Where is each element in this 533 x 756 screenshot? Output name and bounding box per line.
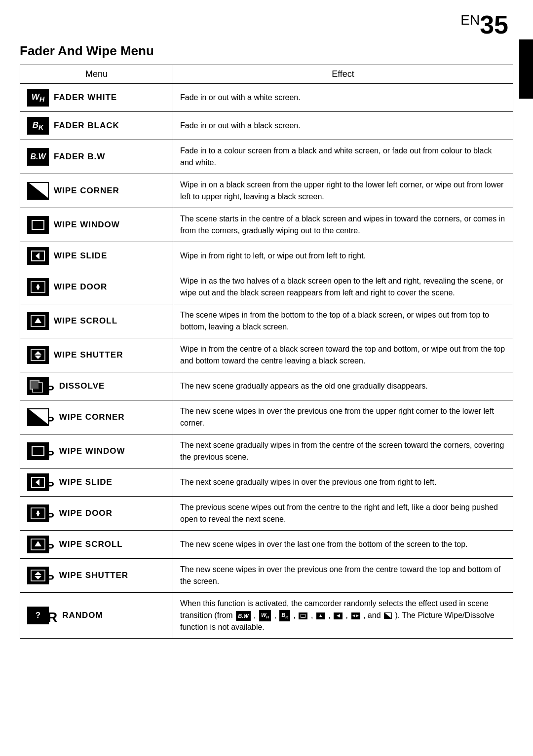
fader-bw-label: FADER B.W — [54, 152, 105, 162]
inline-door-icon: ◄► — [351, 612, 360, 619]
p-wipe-door-label: WIPE DOOR — [59, 508, 113, 518]
fader-bw-icon: B.W — [27, 148, 49, 166]
table-row: P WIPE SLIDE The next scene gradually wi… — [20, 468, 513, 497]
wipe-door-label: WIPE DOOR — [54, 282, 107, 292]
p-wipe-door-effect: The previous scene wipes out from the ce… — [173, 497, 513, 531]
table-row: ? R RANDOM When this function is activat… — [20, 593, 513, 639]
wipe-scroll-icon — [27, 312, 49, 330]
table-row: WIPE DOOR Wipe in as the two halves of a… — [20, 270, 513, 304]
inline-bw-icon: B.W — [236, 611, 250, 621]
menu-cell-p-wipe-window: P WIPE WINDOW — [27, 442, 166, 460]
menu-cell-fader-black: BK FADER BLACK — [27, 117, 166, 135]
menu-cell-fader-bw: B.W FADER B.W — [27, 148, 166, 166]
menu-cell-random: ? R RANDOM — [27, 607, 166, 624]
p-wipe-window-icon: P — [27, 442, 54, 460]
menu-cell-p-wipe-corner: P WIPE CORNER — [27, 408, 166, 426]
p-wipe-scroll-effect: The new scene wipes in over the last one… — [173, 531, 513, 559]
p-wipe-scroll-base-icon — [27, 536, 49, 553]
menu-cell-fader-white: WH FADER WHITE — [27, 89, 166, 107]
wipe-door-effect: Wipe in as the two halves of a black scr… — [173, 270, 513, 304]
col-menu: Menu — [20, 65, 173, 84]
fader-white-effect: Fade in or out with a white screen. — [173, 84, 513, 112]
table-row: WH FADER WHITE Fade in or out with a whi… — [20, 84, 513, 112]
wipe-window-icon — [27, 216, 49, 234]
p-wipe-corner-effect: The new scene wipes in over the previous… — [173, 400, 513, 434]
p-wipe-shutter-icon: P — [27, 567, 54, 584]
p-wipe-shutter-base-icon — [27, 567, 49, 584]
p-dissolve-icon: P — [27, 377, 54, 395]
p-wipe-window-effect: The next scene gradually wipes in from t… — [173, 434, 513, 468]
dissolve-base-icon — [27, 377, 49, 395]
fader-white-icon: WH — [27, 89, 49, 107]
table-row: WIPE CORNER Wipe in on a black screen fr… — [20, 174, 513, 208]
wipe-shutter-icon — [27, 346, 49, 364]
random-base-icon: ? — [27, 607, 49, 624]
p-wipe-corner-icon: P — [27, 408, 54, 426]
random-effect: When this function is activated, the cam… — [173, 593, 513, 639]
page-title: Fader And Wipe Menu — [20, 43, 513, 59]
page-number: EN35 — [20, 10, 513, 39]
menu-cell-p-wipe-slide: P WIPE SLIDE — [27, 473, 166, 491]
inline-corner-icon — [384, 612, 392, 619]
table-row: WIPE SLIDE Wipe in from right to left, o… — [20, 242, 513, 270]
table-row: P WIPE SHUTTER The new scene wipes in ov… — [20, 559, 513, 593]
inline-wh-icon: WH — [259, 610, 271, 621]
menu-cell-wipe-window: WIPE WINDOW — [27, 216, 166, 234]
menu-cell-wipe-slide: WIPE SLIDE — [27, 247, 166, 265]
p-wipe-window-label: WIPE WINDOW — [59, 446, 125, 456]
wipe-scroll-label: WIPE SCROLL — [54, 316, 117, 326]
menu-cell-p-dissolve: P DISSOLVE — [27, 377, 166, 395]
fader-black-label: FADER BLACK — [54, 121, 119, 131]
table-row: P WIPE SCROLL The new scene wipes in ove… — [20, 531, 513, 559]
table-row: B.W FADER B.W Fade in to a colour screen… — [20, 140, 513, 174]
p-wipe-corner-base-icon — [27, 408, 49, 426]
p-wipe-shutter-label: WIPE SHUTTER — [59, 571, 128, 580]
p-wipe-window-base-icon — [27, 442, 49, 460]
menu-cell-p-wipe-scroll: P WIPE SCROLL — [27, 536, 166, 553]
table-row: P WIPE DOOR The previous scene wipes out… — [20, 497, 513, 531]
inline-scroll-icon: ▲ — [316, 612, 325, 619]
p-wipe-slide-base-icon — [27, 473, 49, 491]
col-effect: Effect — [173, 65, 513, 84]
table-row: WIPE SHUTTER Wipe in from the centre of … — [20, 338, 513, 372]
wipe-slide-effect: Wipe in from right to left, or wipe out … — [173, 242, 513, 270]
fader-black-icon: BK — [27, 117, 49, 135]
wipe-door-icon — [27, 278, 49, 296]
wipe-corner-effect: Wipe in on a black screen from the upper… — [173, 174, 513, 208]
table-row: P WIPE WINDOW The next scene gradually w… — [20, 434, 513, 468]
table-row: BK FADER BLACK Fade in or out with a bla… — [20, 112, 513, 140]
p-wipe-shutter-effect: The new scene wipes in over the previous… — [173, 559, 513, 593]
p-wipe-slide-effect: The next scene gradually wipes in over t… — [173, 468, 513, 497]
menu-cell-p-wipe-shutter: P WIPE SHUTTER — [27, 567, 166, 584]
wipe-slide-label: WIPE SLIDE — [54, 251, 107, 261]
wipe-window-effect: The scene starts in the centre of a blac… — [173, 208, 513, 242]
wipe-corner-label: WIPE CORNER — [54, 186, 119, 196]
fader-wipe-table: Menu Effect WH FADER WHITE Fade in or ou… — [20, 65, 513, 639]
table-row: P WIPE CORNER The new scene wipes in ove… — [20, 400, 513, 434]
black-bar — [519, 39, 533, 99]
menu-cell-wipe-door: WIPE DOOR — [27, 278, 166, 296]
table-row: WIPE WINDOW The scene starts in the cent… — [20, 208, 513, 242]
random-icon: ? R — [27, 607, 57, 624]
menu-cell-wipe-scroll: WIPE SCROLL — [27, 312, 166, 330]
table-row: P DISSOLVE The new scene gradually appea… — [20, 372, 513, 400]
wipe-corner-icon — [27, 182, 49, 200]
table-row: WIPE SCROLL The scene wipes in from the … — [20, 304, 513, 338]
menu-cell-wipe-shutter: WIPE SHUTTER — [27, 346, 166, 364]
fader-black-effect: Fade in or out with a black screen. — [173, 112, 513, 140]
wipe-slide-icon — [27, 247, 49, 265]
p-dissolve-label: DISSOLVE — [59, 381, 105, 391]
wipe-window-label: WIPE WINDOW — [54, 220, 120, 230]
p-dissolve-effect: The new scene gradually appears as the o… — [173, 372, 513, 400]
wipe-shutter-label: WIPE SHUTTER — [54, 350, 123, 360]
p-wipe-slide-label: WIPE SLIDE — [59, 477, 113, 487]
p-wipe-door-icon: P — [27, 504, 54, 522]
menu-cell-p-wipe-door: P WIPE DOOR — [27, 504, 166, 522]
p-wipe-corner-label: WIPE CORNER — [59, 412, 125, 422]
inline-window-icon — [299, 612, 307, 619]
fader-white-label: FADER WHITE — [54, 93, 117, 103]
p-wipe-slide-icon: P — [27, 473, 54, 491]
menu-cell-wipe-corner: WIPE CORNER — [27, 182, 166, 200]
random-label: RANDOM — [62, 611, 103, 620]
p-wipe-scroll-icon: P — [27, 536, 54, 553]
